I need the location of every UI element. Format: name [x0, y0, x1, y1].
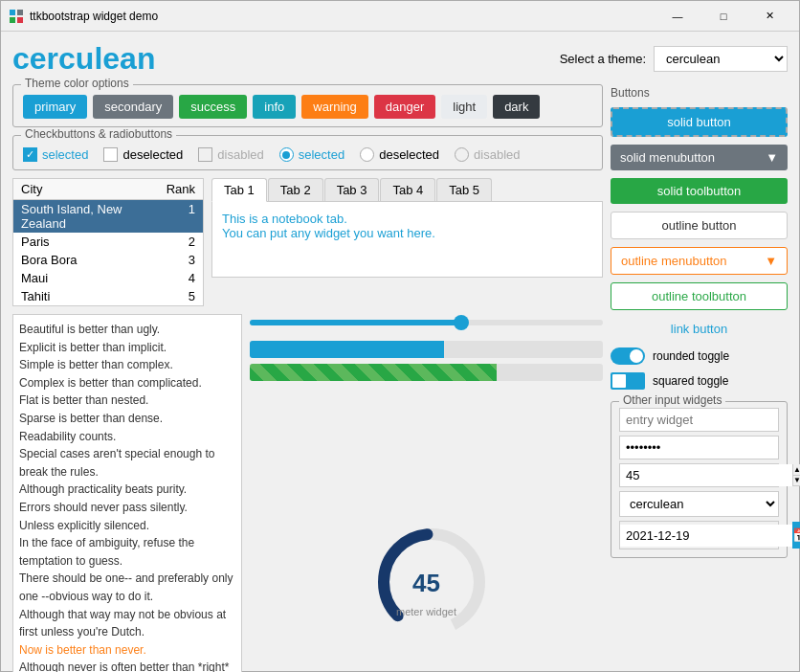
meter-label: meter widget [369, 606, 484, 617]
list-item[interactable]: Maui 4 [13, 269, 203, 287]
svg-rect-3 [17, 17, 23, 23]
tab-5[interactable]: Tab 5 [436, 178, 492, 201]
app-title: cerculean [12, 41, 155, 77]
check-selected: ✓ selected [23, 147, 88, 162]
theme-select[interactable]: cerculean cosmo flatly journal litera lu… [654, 46, 788, 72]
spinner-up[interactable]: ▲ [792, 464, 800, 476]
radio-selected-circle[interactable] [279, 147, 294, 162]
window-title: ttkbootstrap widget demo [30, 10, 656, 23]
radio-selected-label: selected [299, 147, 344, 162]
text-line: Special cases aren't special enough to b… [19, 445, 235, 481]
list-header-rank: Rank [157, 182, 195, 196]
maximize-button[interactable]: □ [701, 2, 745, 31]
tab-1[interactable]: Tab 1 [211, 178, 267, 202]
list-item[interactable]: South Island, New Zealand 1 [13, 200, 203, 233]
tab-3[interactable]: Tab 3 [324, 178, 380, 201]
info-button[interactable]: info [253, 95, 296, 119]
check-disabled-label: disabled [217, 147, 263, 162]
titlebar: ttkbootstrap widget demo ― □ ✕ [1, 1, 799, 32]
checkbox-deselected[interactable] [103, 147, 118, 162]
outline-menubutton[interactable]: outline menubutton ▼ [611, 247, 788, 275]
check-radio-row: ✓ selected deselected disabled [23, 142, 592, 162]
solid-menubutton[interactable]: solid menubutton ▼ [611, 145, 788, 170]
notebook: Tab 1 Tab 2 Tab 3 Tab 4 Tab 5 This is a … [211, 178, 603, 306]
progress-bar-1 [250, 341, 603, 358]
dark-button[interactable]: dark [493, 95, 540, 119]
tab-4[interactable]: Tab 4 [380, 178, 435, 201]
success-button[interactable]: success [179, 95, 247, 119]
solid-toolbutton[interactable]: solid toolbutton [611, 178, 788, 204]
list-rank-3: 3 [157, 253, 195, 267]
meter-widget: 45 meter widget [369, 520, 484, 635]
spinbox-input[interactable] [620, 464, 792, 486]
slider-section [250, 314, 603, 387]
list-rank-1: 1 [157, 202, 195, 231]
list-city-3: Bora Bora [21, 253, 157, 267]
rounded-toggle-label: rounded toggle [653, 349, 729, 363]
color-buttons: primary secondary success info warning d… [23, 91, 592, 119]
text-line: There should be one-- and preferably onl… [19, 570, 235, 605]
list-rank-2: 2 [157, 235, 195, 249]
list-rank-4: 4 [157, 271, 195, 285]
window-controls: ― □ ✕ [656, 2, 791, 31]
combobox-widget[interactable]: cerculean cosmo flatly [619, 491, 779, 517]
text-line: Errors should never pass silently. [19, 499, 235, 517]
slider-row [250, 320, 603, 335]
warning-button[interactable]: warning [301, 95, 368, 119]
widgets-container: 45 meter widget ◀ ▶ [250, 314, 603, 672]
calendar-icon[interactable]: 📅 [792, 522, 800, 549]
text-line: Unless explicitly silenced. [19, 517, 235, 535]
progress-fill-2 [250, 364, 497, 381]
list-item[interactable]: Tahiti 5 [13, 287, 203, 305]
secondary-button[interactable]: secondary [93, 95, 173, 119]
radio-deselected-circle[interactable] [360, 147, 374, 162]
outline-menubutton-label: outline menubutton [621, 254, 727, 268]
minimize-button[interactable]: ― [656, 2, 700, 31]
check-selected-label: selected [42, 147, 88, 162]
text-line: Readability counts. [19, 428, 235, 446]
danger-button[interactable]: danger [374, 95, 435, 119]
listbox[interactable]: City Rank South Island, New Zealand 1 Pa… [12, 178, 204, 306]
checkbox-selected[interactable]: ✓ [23, 147, 37, 162]
bottom-row: Beautiful is better than ugly. Explicit … [12, 314, 603, 672]
slider-thumb[interactable] [454, 315, 469, 330]
svg-rect-0 [10, 10, 15, 15]
close-button[interactable]: ✕ [747, 2, 791, 31]
text-line: Although practicality beats purity. [19, 481, 235, 499]
text-line: Although never is often better than *rig… [19, 659, 235, 672]
radio-selected: selected [279, 147, 344, 162]
check-disabled: disabled [198, 147, 263, 162]
squared-toggle-thumb [612, 374, 626, 388]
other-inputs-section: Other input widgets ▲ ▼ cerculean cosmo [611, 401, 788, 558]
list-item[interactable]: Bora Bora 3 [13, 251, 203, 269]
text-area[interactable]: Beautiful is better than ugly. Explicit … [12, 314, 242, 672]
text-line: Simple is better than complex. [19, 356, 235, 374]
svg-rect-1 [17, 10, 23, 15]
primary-button[interactable]: primary [23, 95, 87, 119]
check-deselected-label: deselected [122, 147, 183, 162]
outline-toolbutton[interactable]: outline toolbutton [611, 282, 788, 310]
date-input[interactable] [620, 525, 792, 547]
list-city-2: Paris [21, 235, 157, 249]
solid-button[interactable]: solid button [611, 107, 788, 137]
text-line: Sparse is better than dense. [19, 410, 235, 428]
meter-section: 45 meter widget [250, 392, 603, 672]
spinner-down[interactable]: ▼ [792, 476, 800, 487]
link-button[interactable]: link button [611, 318, 788, 340]
text-line: Explicit is better than implicit. [19, 339, 235, 357]
rounded-toggle[interactable] [611, 347, 645, 365]
squared-toggle[interactable] [611, 372, 645, 390]
light-button[interactable]: light [441, 95, 487, 119]
other-inputs-legend: Other input widgets [619, 393, 725, 407]
list-item[interactable]: Paris 2 [13, 233, 203, 251]
color-options-fieldset: Theme color options primary secondary su… [12, 84, 603, 127]
progress-bar-2 [250, 364, 603, 381]
tab-2[interactable]: Tab 2 [268, 178, 323, 201]
outline-button[interactable]: outline button [611, 212, 788, 239]
window: ttkbootstrap widget demo ― □ ✕ cerculean… [0, 0, 800, 672]
password-widget[interactable] [619, 436, 779, 459]
entry-widget[interactable] [619, 408, 779, 432]
theme-selector: Select a theme: cerculean cosmo flatly j… [560, 46, 788, 72]
right-panel: Buttons solid button solid menubutton ▼ … [611, 84, 788, 672]
squared-toggle-row: squared toggle [611, 372, 788, 390]
